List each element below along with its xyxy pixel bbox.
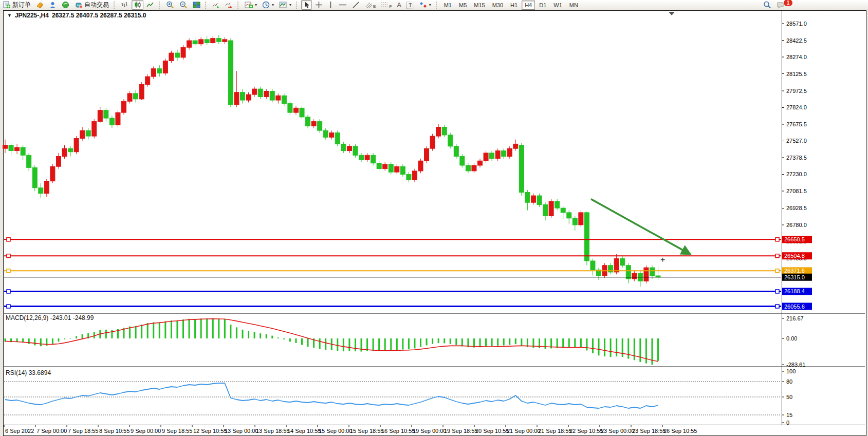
cursor-tool-button[interactable]	[301, 0, 312, 10]
indicators-icon	[245, 1, 253, 9]
crosshair-icon	[315, 1, 323, 9]
search-icon	[763, 1, 771, 9]
zoom-in-button[interactable]	[164, 0, 176, 10]
zoom-out-button[interactable]	[177, 0, 190, 10]
toolbar-grip[interactable]	[436, 2, 438, 9]
timeframe-M15[interactable]: M15	[471, 1, 488, 10]
trendline-tool-button[interactable]	[350, 0, 362, 10]
chart-shift-button[interactable]	[223, 0, 235, 10]
crosshair-tool-button[interactable]	[313, 0, 325, 10]
tile-windows-button[interactable]	[191, 0, 202, 10]
zoom-out-icon	[179, 1, 188, 9]
fibonacci-label: F	[389, 4, 392, 9]
mt4-window: 新订单 自动交易	[0, 0, 868, 436]
trendline-icon	[352, 1, 360, 9]
vertical-line-tool-button[interactable]	[326, 0, 336, 10]
chevron-down-icon: ▾	[429, 3, 431, 7]
macd-indicator-label: MACD(12,26,9) -243.01 -248.99	[6, 314, 94, 321]
signals-icon	[62, 1, 69, 9]
bar-chart-button[interactable]	[119, 0, 131, 10]
timeframe-H4[interactable]: H4	[522, 1, 535, 10]
shapes-tool-button[interactable]: ▾	[417, 0, 433, 10]
new-order-button[interactable]: 新订单	[1, 0, 33, 10]
channel-label: E	[373, 4, 376, 9]
toolbar-grip[interactable]	[205, 2, 208, 9]
label-icon: T	[407, 2, 414, 9]
timeframe-D1[interactable]: D1	[536, 1, 549, 10]
chevron-down-icon: ▾	[289, 3, 291, 7]
candlestick-button[interactable]	[132, 0, 143, 10]
chevron-down-icon: ▾	[272, 3, 274, 7]
chart-title-bar: ▼ JPN225-,H4 26327.5 26407.5 26287.5 263…	[7, 12, 146, 19]
zoom-in-icon	[166, 1, 174, 9]
bar-chart-icon	[121, 1, 128, 9]
chart-dropdown-icon[interactable]: ▼	[7, 13, 12, 18]
main-toolbar: 新订单 自动交易	[0, 0, 868, 10]
cursor-icon	[303, 1, 310, 9]
community-icon	[49, 1, 57, 9]
timeframe-M1[interactable]: M1	[441, 1, 455, 10]
metaeditor-button[interactable]	[34, 0, 46, 10]
chart-shift-icon	[225, 1, 233, 9]
chart-window-frame	[3, 10, 866, 436]
timeframe-W1[interactable]: W1	[550, 1, 565, 10]
auto-scroll-icon	[212, 1, 220, 9]
signals-button[interactable]	[60, 0, 71, 10]
toolbar-grip[interactable]	[159, 2, 161, 9]
timeframe-M5[interactable]: M5	[456, 1, 470, 10]
periods-clock-icon	[262, 1, 270, 9]
chart-symbol-period: JPN225-,H4	[15, 12, 49, 19]
autotrading-robot-icon	[75, 1, 83, 9]
line-chart-icon	[146, 1, 154, 9]
metaeditor-icon	[36, 1, 44, 9]
new-order-icon	[3, 1, 11, 9]
new-order-label: 新订单	[12, 1, 31, 9]
rsi-indicator-label: RSI(14) 33.6894	[6, 369, 51, 376]
auto-trading-label: 自动交易	[84, 1, 109, 9]
toolbar-grip[interactable]	[237, 2, 240, 9]
auto-trading-button[interactable]: 自动交易	[72, 0, 111, 10]
timeframe-MN[interactable]: MN	[566, 1, 581, 10]
indicators-button[interactable]: ▾	[243, 0, 259, 10]
channel-icon	[365, 1, 374, 9]
timeframe-group: M1M5M15M30H1H4D1W1MN	[440, 1, 582, 10]
chart-ohlc-values: 26327.5 26407.5 26287.5 26315.0	[52, 12, 146, 19]
fibonacci-tool-button[interactable]: F	[379, 0, 394, 10]
auto-scroll-button[interactable]	[210, 0, 222, 10]
templates-icon	[279, 1, 287, 9]
toolbar-grip[interactable]	[114, 2, 116, 9]
channel-tool-button[interactable]: E	[363, 0, 378, 10]
text-tool-button[interactable]: A	[395, 0, 403, 10]
horizontal-line-tool-button[interactable]	[337, 0, 349, 10]
chevron-down-icon: ▾	[255, 3, 257, 7]
line-chart-button[interactable]	[144, 0, 156, 10]
templates-button[interactable]: ▾	[277, 0, 293, 10]
notification-badge: 1	[784, 0, 792, 6]
tile-windows-icon	[193, 1, 200, 9]
text-icon: A	[397, 1, 401, 9]
periods-button[interactable]: ▾	[260, 0, 276, 10]
candlestick-icon	[134, 1, 141, 9]
toolbar-grip[interactable]	[296, 2, 299, 9]
shapes-icon	[419, 1, 427, 9]
timeframe-M30[interactable]: M30	[489, 1, 506, 10]
notifications-button[interactable]: 1	[774, 0, 795, 10]
timeframe-H1[interactable]: H1	[507, 1, 521, 10]
horizontal-line-icon	[339, 1, 347, 9]
fibonacci-icon	[381, 1, 390, 9]
vertical-line-icon	[328, 1, 334, 9]
label-tool-button[interactable]: T	[404, 0, 416, 10]
community-button[interactable]	[47, 0, 59, 10]
search-button[interactable]	[761, 0, 773, 10]
